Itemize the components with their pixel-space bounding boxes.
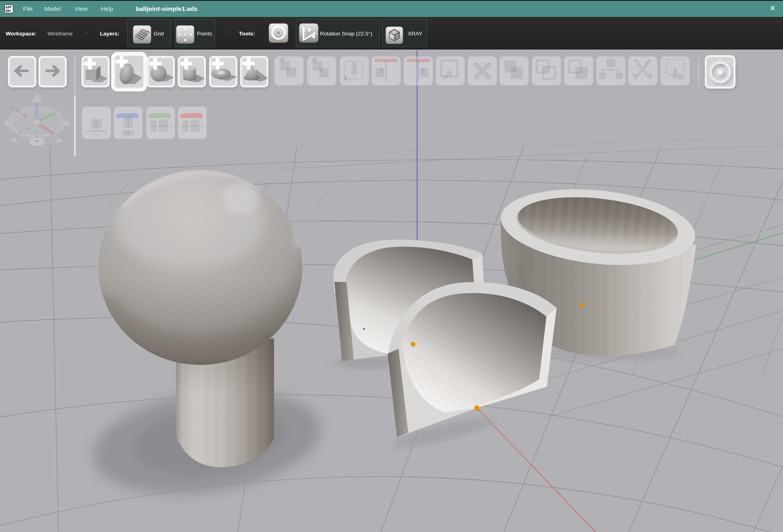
svg-text:SH: SH (6, 9, 11, 13)
